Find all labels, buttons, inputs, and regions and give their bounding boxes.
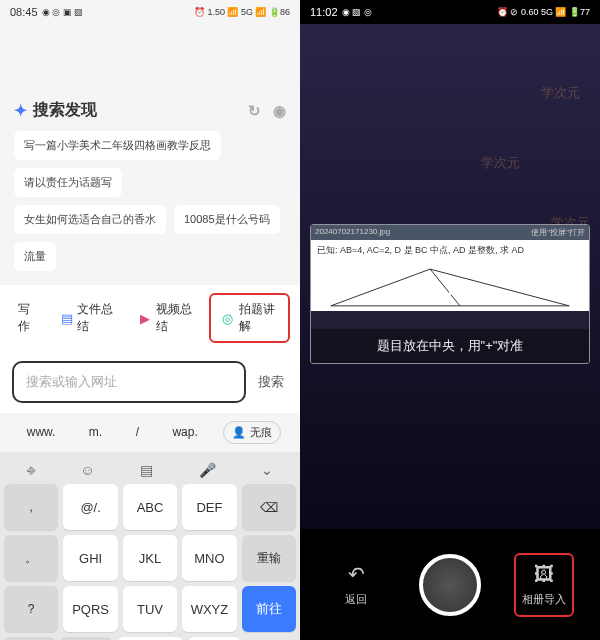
key-clear[interactable]: 重输 xyxy=(242,535,296,581)
eye-icon[interactable]: ◉ xyxy=(273,102,286,120)
kb-clip-icon[interactable]: ▤ xyxy=(140,462,153,478)
watermark: 学次元 xyxy=(481,154,520,172)
status-right: ⏰ 1.50 📶 5G 📶 🔋86 xyxy=(194,7,290,17)
tool-file[interactable]: ▤ 文件总结 xyxy=(52,295,125,341)
doc-problem-text: 已知: AB=4, AC=2, D 是 BC 中点, AD 是整数, 求 AD xyxy=(311,240,589,261)
key[interactable]: TUV xyxy=(123,586,177,632)
back-icon: ↶ xyxy=(348,562,365,586)
key[interactable]: GHI xyxy=(63,535,117,581)
search-row: 搜索或输入网址 搜索 xyxy=(0,351,300,413)
camera-icon: ◎ xyxy=(221,310,234,326)
discover-title: 搜索发现 xyxy=(33,100,97,121)
camera-bottom-bar: ↶ 返回 🖼 相册导入 xyxy=(300,529,600,640)
file-icon: ▤ xyxy=(60,310,73,326)
quick-wap[interactable]: wap. xyxy=(164,421,205,444)
left-phone: 08:45 ◉ ◎ ▣ ▧ ⏰ 1.50 📶 5G 📶 🔋86 ✦ 搜索发现 ↻… xyxy=(0,0,300,640)
key[interactable]: , xyxy=(4,484,58,530)
key[interactable]: PQRS xyxy=(63,586,117,632)
right-phone: 11:02 ◉ ▧ ◎ ⏰ ⊘ 0.60 5G 📶 🔋77 学次元 学次元 学次… xyxy=(300,0,600,640)
incognito-label: 无痕 xyxy=(250,425,272,440)
keyboard-rows: , @/. ABC DEF ⌫ 。 GHI JKL MNO 重输 ? PQRS … xyxy=(4,484,296,640)
chips-row: 写一篇小学美术二年级四格画教学反思 请以责任为话题写 xyxy=(14,131,286,197)
key[interactable]: 。 xyxy=(4,535,58,581)
kb-tool-icon[interactable]: ⎆ xyxy=(27,462,35,478)
tool-write[interactable]: 写作 xyxy=(10,295,46,341)
status-right: ⏰ ⊘ 0.60 5G 📶 🔋77 xyxy=(497,7,590,17)
tool-photo-solve[interactable]: ◎ 拍题讲解 xyxy=(209,293,290,343)
quick-row: www. m. / wap. 👤 无痕 xyxy=(0,413,300,452)
key-go[interactable]: 前往 xyxy=(242,586,296,632)
kb-collapse-icon[interactable]: ⌄ xyxy=(261,462,273,478)
chip[interactable]: 10085是什么号码 xyxy=(174,205,280,234)
chip[interactable]: 流量 xyxy=(14,242,56,271)
chips-row: 女生如何选适合自己的香水 10085是什么号码 流量 xyxy=(14,205,286,271)
capture-frame: 20240702171230.jpg 使用"投屏"打开 已知: AB=4, AC… xyxy=(310,224,590,364)
key[interactable]: ? xyxy=(4,586,58,632)
quick-www[interactable]: www. xyxy=(19,421,64,444)
search-discover-section: ✦ 搜索发现 ↻ ◉ 写一篇小学美术二年级四格画教学反思 请以责任为话题写 女生… xyxy=(0,90,300,285)
tools-row: 写作 ▤ 文件总结 ▶ 视频总结 ◎ 拍题讲解 xyxy=(0,285,300,351)
tool-label: 拍题讲解 xyxy=(239,301,279,335)
shutter-button[interactable] xyxy=(419,554,481,616)
video-icon: ▶ xyxy=(139,310,152,326)
discover-header: ✦ 搜索发现 ↻ ◉ xyxy=(14,100,286,121)
tool-video[interactable]: ▶ 视频总结 xyxy=(131,295,204,341)
status-time: 11:02 xyxy=(310,6,338,18)
gallery-label: 相册导入 xyxy=(522,592,566,607)
key[interactable]: ABC xyxy=(123,484,177,530)
keyboard-toolbar: ⎆ ☺ ▤ 🎤 ⌄ xyxy=(4,458,296,484)
doc-bar-right: 使用"投屏"打开 xyxy=(531,227,585,238)
camera-viewfinder: 学次元 学次元 学次元 20240702171230.jpg 使用"投屏"打开 … xyxy=(300,24,600,529)
key-backspace[interactable]: ⌫ xyxy=(242,484,296,530)
status-bar: 08:45 ◉ ◎ ▣ ▧ ⏰ 1.50 📶 5G 📶 🔋86 xyxy=(0,0,300,24)
status-app-icons: ◉ ◎ ▣ ▧ xyxy=(42,7,84,17)
status-time: 08:45 xyxy=(10,6,38,18)
key[interactable]: @/. xyxy=(63,484,117,530)
key[interactable]: MNO xyxy=(182,535,236,581)
spacer xyxy=(0,24,300,90)
kb-emoji-icon[interactable]: ☺ xyxy=(80,462,94,478)
search-input[interactable]: 搜索或输入网址 xyxy=(12,361,246,403)
gallery-import-button[interactable]: 🖼 相册导入 xyxy=(514,553,574,617)
refresh-icon[interactable]: ↻ xyxy=(248,102,261,120)
status-app-icons: ◉ ▧ ◎ xyxy=(342,7,372,17)
sparkle-icon: ✦ xyxy=(14,101,27,120)
crosshair-icon: + xyxy=(445,284,456,305)
chip[interactable]: 女生如何选适合自己的香水 xyxy=(14,205,166,234)
key[interactable]: WXYZ xyxy=(182,586,236,632)
watermark: 学次元 xyxy=(541,84,580,102)
back-button[interactable]: ↶ 返回 xyxy=(326,562,386,607)
key[interactable]: JKL xyxy=(123,535,177,581)
tool-label: 文件总结 xyxy=(77,301,117,335)
search-button[interactable]: 搜索 xyxy=(254,373,288,391)
tool-label: 写作 xyxy=(18,301,38,335)
kb-mic-icon[interactable]: 🎤 xyxy=(199,462,216,478)
quick-m[interactable]: m. xyxy=(81,421,110,444)
back-label: 返回 xyxy=(345,592,367,607)
doc-filename: 20240702171230.jpg xyxy=(315,227,390,238)
doc-titlebar: 20240702171230.jpg 使用"投屏"打开 xyxy=(311,225,589,240)
tool-label: 视频总结 xyxy=(156,301,196,335)
chip[interactable]: 请以责任为话题写 xyxy=(14,168,122,197)
quick-slash[interactable]: / xyxy=(128,421,147,444)
hint-text: 题目放在中央，用"+"对准 xyxy=(311,329,589,363)
incognito-toggle[interactable]: 👤 无痕 xyxy=(223,421,281,444)
gallery-icon: 🖼 xyxy=(534,563,554,586)
chip[interactable]: 写一篇小学美术二年级四格画教学反思 xyxy=(14,131,221,160)
keyboard: ⎆ ☺ ▤ 🎤 ⌄ , @/. ABC DEF ⌫ 。 GHI JKL MNO … xyxy=(0,452,300,640)
key[interactable]: DEF xyxy=(182,484,236,530)
status-bar: 11:02 ◉ ▧ ◎ ⏰ ⊘ 0.60 5G 📶 🔋77 xyxy=(300,0,600,24)
discover-actions: ↻ ◉ xyxy=(248,102,286,120)
mask-icon: 👤 xyxy=(232,426,246,439)
